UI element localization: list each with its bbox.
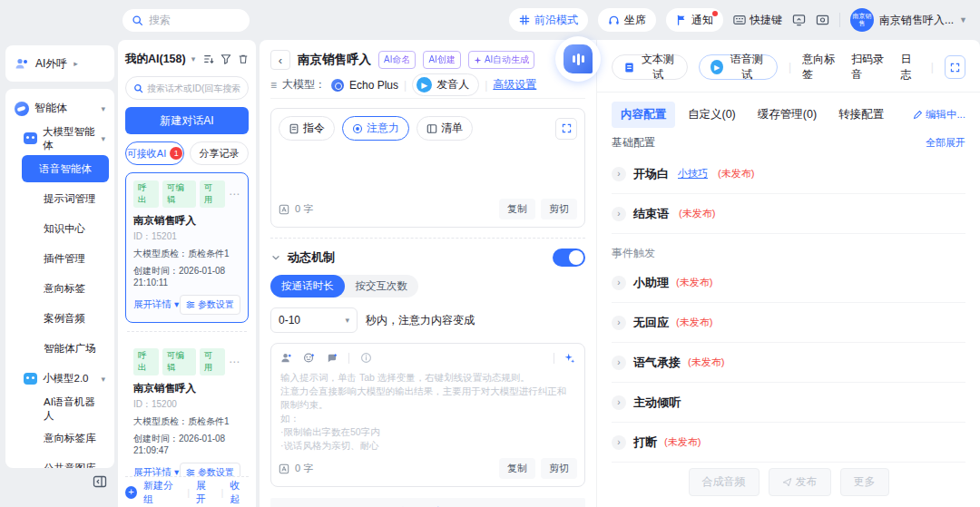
- config-item-closing[interactable]: › 结束语 (未发布): [612, 194, 965, 234]
- sort-icon[interactable]: [203, 54, 214, 64]
- sidebar-item-knowledge-center[interactable]: 知识中心: [5, 214, 114, 244]
- insert-persona-icon[interactable]: [280, 352, 292, 364]
- collapse-sidebar-icon[interactable]: [93, 475, 107, 488]
- insert-emotion-icon[interactable]: [303, 352, 315, 364]
- expand-detail-link[interactable]: 展开详情 ▾: [133, 298, 179, 311]
- sidebar-item-small-model[interactable]: 小模型2.0 ▾: [5, 364, 114, 394]
- expand-detail-link[interactable]: 展开详情 ▾: [133, 466, 179, 476]
- text-test-button[interactable]: 文本测试: [612, 54, 688, 80]
- attention-textarea[interactable]: [271, 148, 584, 193]
- opening-tip-link[interactable]: 小技巧: [678, 167, 708, 180]
- config-item-assistant[interactable]: › 小助理 (未发布): [612, 263, 965, 303]
- param-settings-button[interactable]: 参数设置: [180, 295, 240, 315]
- duration-range-select[interactable]: 0-10 ▾: [270, 307, 358, 333]
- new-chat-ai-button[interactable]: 新建对话AI: [125, 107, 249, 134]
- seat-button[interactable]: 坐席: [598, 8, 656, 32]
- sidebar-item-plugin-mgmt[interactable]: 插件管理: [5, 244, 114, 274]
- config-item-active-listen[interactable]: › 主动倾听: [612, 383, 965, 423]
- tab-instruction[interactable]: 指令: [279, 116, 335, 141]
- notification-button[interactable]: 通知: [666, 8, 723, 32]
- model-name[interactable]: Echo Plus: [349, 79, 398, 92]
- script-search-input[interactable]: [147, 83, 240, 93]
- sidebar-item-agent-plaza[interactable]: 智能体广场: [5, 334, 114, 364]
- advanced-settings-link[interactable]: 高级设置: [493, 77, 536, 93]
- tab-transfer[interactable]: 转接配置: [829, 102, 893, 128]
- chevron-down-icon[interactable]: ▾: [191, 54, 196, 63]
- frontier-mode-button[interactable]: 前沿模式: [509, 8, 588, 32]
- voice-test-button[interactable]: ▶ 语音测试: [699, 54, 778, 80]
- global-search-input[interactable]: [149, 14, 240, 26]
- segment-by-duration[interactable]: 按通话时长: [270, 275, 345, 297]
- fullscreen-icon[interactable]: [555, 118, 577, 140]
- scan-record-link[interactable]: 扫码录音: [851, 52, 889, 83]
- sidebar-item-public-intent-lib[interactable]: 公共意图库: [5, 453, 114, 468]
- flag-icon: [676, 15, 687, 25]
- logs-link[interactable]: 日志: [901, 52, 920, 83]
- model-icon: [331, 79, 344, 92]
- voice-actor-button[interactable]: ▶ 发音人: [412, 73, 479, 96]
- capture-icon[interactable]: [816, 14, 829, 26]
- chevron-down-icon[interactable]: [270, 252, 281, 263]
- tab-checklist[interactable]: 清单: [416, 116, 473, 141]
- filter-icon[interactable]: [220, 54, 231, 64]
- config-item-tone-bridge[interactable]: › 语气承接 (未发布): [612, 343, 965, 383]
- collapse-all-button[interactable]: 收起: [230, 479, 249, 506]
- more-icon[interactable]: ⋯: [229, 356, 240, 368]
- dynamic-mechanism-toggle[interactable]: [553, 249, 585, 267]
- insert-voice-icon[interactable]: [326, 352, 338, 364]
- expand-all-button[interactable]: 展开: [196, 479, 215, 506]
- tab-content-config[interactable]: 内容配置: [612, 102, 675, 128]
- tab-attention[interactable]: 注意力: [342, 116, 409, 141]
- segment-by-interaction[interactable]: 按交互次数: [345, 275, 419, 297]
- copy-button[interactable]: 复制: [499, 199, 535, 219]
- sidebar-item-ai-outbound[interactable]: AI外呼 ▸: [5, 45, 114, 82]
- tab-custom[interactable]: 自定义(0): [679, 102, 745, 128]
- share-records-button[interactable]: 分享记录: [190, 141, 249, 165]
- display-icon[interactable]: [792, 14, 806, 26]
- sidebar-item-voice-agent[interactable]: 语音智能体: [22, 155, 109, 182]
- cut-button[interactable]: 剪切: [541, 458, 577, 479]
- script-search[interactable]: [125, 76, 249, 100]
- sidebar-item-case-audio[interactable]: 案例音频: [5, 304, 114, 334]
- more-button[interactable]: 更多: [840, 468, 889, 496]
- publish-button[interactable]: 发布: [769, 468, 831, 496]
- copy-button[interactable]: 复制: [499, 458, 535, 479]
- sidebar-item-intent-tags[interactable]: 意向标签: [5, 274, 114, 304]
- intent-tags-link[interactable]: 意向标签: [802, 52, 840, 83]
- voice-assistant-button[interactable]: [555, 36, 601, 82]
- more-icon[interactable]: ⋯: [229, 188, 240, 200]
- add-dynamic-mechanism-button[interactable]: + 新增动态机制: [270, 498, 585, 507]
- status-unpublished: (未发布): [718, 167, 754, 180]
- sidebar-item-intent-tag-lib[interactable]: 意向标签库: [5, 424, 114, 453]
- config-item-opening[interactable]: › 开场白 小技巧 (未发布): [612, 154, 965, 194]
- expand-all-link[interactable]: 全部展开: [926, 136, 965, 150]
- tab-cache[interactable]: 缓存管理(0): [749, 102, 826, 128]
- sidebar-item-llm-agent[interactable]: 大模型智能体 ▾: [5, 123, 114, 153]
- ai-sparkle-icon[interactable]: [564, 352, 575, 364]
- ai-card-selected[interactable]: 呼出 可编辑 可用 ⋯ 南京销售呼入 ID：15201 大模型质检：质检条件1 …: [125, 172, 249, 323]
- config-item-no-response[interactable]: › 无回应 (未发布): [612, 303, 965, 343]
- synth-audio-button[interactable]: 合成音频: [689, 468, 760, 496]
- shortcuts-button[interactable]: 快捷键: [733, 13, 782, 28]
- chevron-down-icon: ▾: [101, 134, 105, 143]
- trash-icon[interactable]: [238, 54, 249, 64]
- sidebar-item-prompt-mgmt[interactable]: 提示词管理: [5, 184, 114, 214]
- ai-list-title[interactable]: 我的AI(158): [125, 52, 186, 67]
- new-group-button[interactable]: 新建分组: [143, 479, 181, 506]
- cut-button[interactable]: 剪切: [541, 199, 577, 219]
- fullscreen-icon[interactable]: [945, 55, 965, 79]
- sidebar-item-agent[interactable]: 智能体 ▾: [5, 93, 114, 123]
- account-menu[interactable]: 南京销售 南京销售呼入... ▼: [850, 8, 967, 32]
- sidebar-item-ai-voice-robot[interactable]: AI语音机器人: [5, 394, 114, 424]
- paper-plane-icon: [782, 477, 792, 487]
- info-icon[interactable]: [360, 352, 372, 364]
- config-item-interrupt[interactable]: › 打断 (未发布): [612, 423, 965, 463]
- receivable-ai-button[interactable]: 可接收AI 1: [125, 141, 184, 165]
- dynamic-editor-placeholder[interactable]: 输入提示词，单击 Tab 选择变量，右键划线设置动态规则。 注意力会直接影响大模…: [271, 369, 584, 453]
- global-search[interactable]: [122, 9, 250, 32]
- chevron-right-icon: ›: [612, 395, 626, 410]
- param-settings-button[interactable]: 参数设置: [180, 463, 240, 476]
- ai-card[interactable]: 呼出 可编辑 可用 ⋯ 南京销售呼入 ID：15200 大模型质检：质检条件1 …: [125, 340, 249, 476]
- collapse-list-icon[interactable]: ≡: [270, 79, 277, 92]
- back-button[interactable]: ‹: [270, 50, 290, 70]
